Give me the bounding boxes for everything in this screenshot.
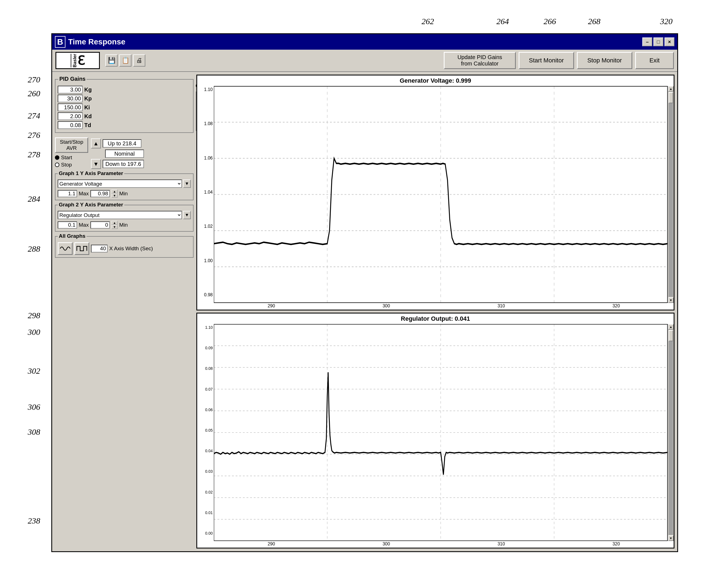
annot-270: 270 xyxy=(28,75,40,84)
stop-monitor-button[interactable]: Stop Monitor xyxy=(577,52,632,69)
stop-label: Stop xyxy=(61,162,72,168)
sine-wave-button[interactable] xyxy=(58,242,73,255)
toolbar-icons: 💾 📋 🖨 xyxy=(105,54,145,67)
graph2-area: 1.10 0.09 0.08 0.07 0.06 0.05 0.04 0.03 … xyxy=(197,324,674,541)
graph1-plot xyxy=(214,86,668,303)
up-label: Up to 218.4 xyxy=(103,139,141,148)
x-axis-label: X Axis Width (Sec) xyxy=(109,246,153,252)
graph1-select[interactable]: Generator Voltage xyxy=(58,179,182,188)
kg-row: Kg xyxy=(58,86,191,94)
maximize-button[interactable]: □ xyxy=(653,37,664,46)
graph1-param-label: Graph 1 Y Axis Parameter xyxy=(58,170,124,176)
start-radio-row: Start xyxy=(55,154,88,161)
start-radio-indicator[interactable] xyxy=(55,155,59,160)
avr-section: Start/Stop AVR Start Stop xyxy=(55,137,193,169)
copy-icon-button[interactable]: 📋 xyxy=(119,54,131,67)
start-monitor-button[interactable]: Start Monitor xyxy=(519,52,574,69)
x-axis-width-input[interactable] xyxy=(91,245,108,252)
down-arrow-button[interactable]: ▼ xyxy=(91,159,101,169)
kd-label: Kd xyxy=(84,113,96,120)
avr-button[interactable]: Start/Stop AVR xyxy=(55,137,88,153)
graph2-title: Regulator Output: 0.041 xyxy=(197,313,674,324)
graph2-max-input[interactable] xyxy=(58,221,77,229)
up-arrow-button[interactable]: ▲ xyxy=(91,139,101,148)
graph1-scroll-track xyxy=(669,92,673,297)
annot-276: 276 xyxy=(28,130,40,140)
updown-controls: ▲ Up to 218.4 Nominal ▼ Down to 197.6 xyxy=(91,139,144,169)
graph1-param-group: Graph 1 Y Axis Parameter Generator Volta… xyxy=(55,173,193,200)
square-wave-button[interactable] xyxy=(74,242,89,255)
print-icon-button[interactable]: 🖨 xyxy=(133,54,145,67)
graph2-param-label: Graph 2 Y Axis Parameter xyxy=(58,202,124,208)
basler-text: Basler xyxy=(71,54,77,68)
annot-264: 264 xyxy=(496,17,509,26)
down-row: ▼ Down to 197.6 xyxy=(91,159,144,169)
graph1-scroll-thumb[interactable] xyxy=(669,92,673,103)
annot-274: 274 xyxy=(28,111,40,120)
right-panel: Generator Voltage: 0.999 1.10 1.08 1.06 … xyxy=(197,75,674,549)
graph1-scroll-up[interactable]: ▲ xyxy=(668,86,674,92)
annot-298: 298 xyxy=(28,311,40,320)
graph1-title: Generator Voltage: 0.999 xyxy=(197,75,674,86)
graph2-scroll-down[interactable]: ▼ xyxy=(668,535,674,541)
update-pid-button[interactable]: Update PID Gains from Calculator xyxy=(444,52,516,69)
graph1-scrollbar[interactable]: ▲ ▼ xyxy=(668,86,674,303)
graph1-max-label: Max xyxy=(79,191,89,197)
td-row: Td xyxy=(58,121,191,129)
kp-input[interactable] xyxy=(58,95,83,102)
graph2-min-down[interactable]: ▼ xyxy=(111,225,118,229)
td-input[interactable] xyxy=(58,121,83,129)
annot-278: 278 xyxy=(28,150,40,159)
all-graphs-group: All Graphs X Axis Width (Sec) xyxy=(55,236,193,258)
graph2-min-input[interactable] xyxy=(90,221,110,229)
ki-input[interactable] xyxy=(58,103,83,111)
graph1-scroll-down[interactable]: ▼ xyxy=(668,297,674,303)
ki-label: Ki xyxy=(84,104,96,111)
annot-288: 288 xyxy=(28,244,40,254)
graph1-max-input[interactable] xyxy=(58,190,77,197)
kd-row: Kd xyxy=(58,112,191,120)
graph2-container: Regulator Output: 0.041 1.10 0.09 0.08 0… xyxy=(197,313,674,549)
start-stop-radio: Start Stop xyxy=(55,154,88,168)
stop-radio-indicator[interactable] xyxy=(55,162,59,167)
close-button[interactable]: × xyxy=(665,37,674,46)
annot-262: 262 xyxy=(421,17,434,26)
graph2-dropdown-row: Regulator Output ▼ xyxy=(58,211,191,219)
graph2-select[interactable]: Regulator Output xyxy=(58,211,182,219)
down-label: Down to 197.6 xyxy=(103,160,144,168)
graph2-scroll-thumb[interactable] xyxy=(669,330,673,341)
main-content: PID Gains Kg Kp Ki Kd xyxy=(52,72,677,551)
graph1-min-input[interactable] xyxy=(90,190,110,197)
graph2-min-arrows: ▲ ▼ xyxy=(111,221,118,229)
pid-gains-group: PID Gains Kg Kp Ki Kd xyxy=(55,79,193,133)
graph1-min-label: Min xyxy=(119,191,128,197)
annot-238: 238 xyxy=(28,516,40,525)
graph2-min-up[interactable]: ▲ xyxy=(111,221,118,225)
save-icon-button[interactable]: 💾 xyxy=(105,54,118,67)
graph1-min-up[interactable]: ▲ xyxy=(111,190,118,193)
exit-button[interactable]: Exit xyxy=(635,52,674,69)
graph2-dropdown-arrow[interactable]: ▼ xyxy=(183,211,191,219)
graph2-scrollbar[interactable]: ▲ ▼ xyxy=(668,324,674,541)
graph2-scroll-up[interactable]: ▲ xyxy=(668,324,674,330)
graph1-container: Generator Voltage: 0.999 1.10 1.08 1.06 … xyxy=(197,75,674,310)
graph2-scroll-track xyxy=(669,330,673,535)
graph2-min-label: Min xyxy=(119,222,128,228)
nominal-row: Nominal xyxy=(91,150,144,158)
graph1-x-labels: 290 300 310 320 xyxy=(197,303,674,310)
title-bar: B Time Response – □ × xyxy=(52,34,677,50)
minimize-button[interactable]: – xyxy=(642,37,652,46)
avr-controls: Start/Stop AVR Start Stop xyxy=(55,137,88,168)
annot-320: 320 xyxy=(660,17,673,26)
graph1-dropdown-arrow[interactable]: ▼ xyxy=(183,179,191,188)
annot-302: 302 xyxy=(28,366,40,376)
graph1-min-down[interactable]: ▼ xyxy=(111,194,118,198)
left-panel: PID Gains Kg Kp Ki Kd xyxy=(55,75,193,549)
window-buttons: – □ × xyxy=(642,37,674,46)
graph2-minmax-row: Max ▲ ▼ Min xyxy=(58,221,191,229)
kd-input[interactable] xyxy=(58,112,83,120)
annot-268: 268 xyxy=(588,17,600,26)
logo-area: Basler ℇ xyxy=(55,52,100,69)
graph1-min-arrows: ▲ ▼ xyxy=(111,190,118,198)
kg-input[interactable] xyxy=(58,86,83,94)
